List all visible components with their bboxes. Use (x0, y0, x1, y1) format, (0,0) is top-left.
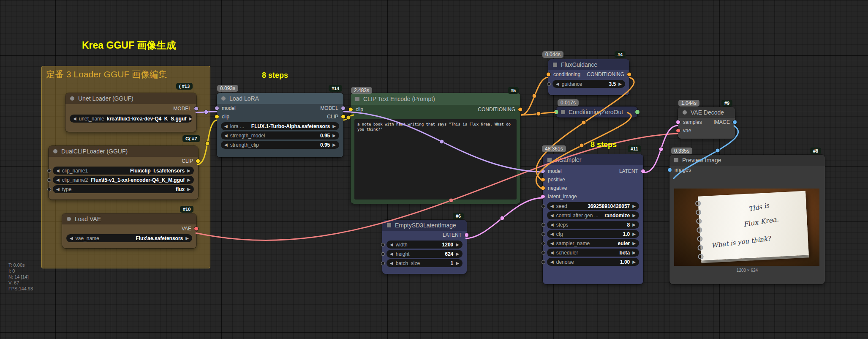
next-value-icon[interactable]: ▶ (332, 124, 336, 128)
widget-input-socket[interactable] (47, 187, 51, 191)
prev-value-icon[interactable]: ◀ (550, 204, 554, 208)
collapse-square-icon[interactable] (553, 63, 557, 67)
output-socket-clip[interactable] (341, 115, 346, 119)
output-socket-conditioning[interactable] (627, 72, 631, 77)
input-socket-model[interactable] (215, 106, 219, 111)
next-value-icon[interactable]: ▶ (456, 252, 459, 256)
widget-guidance[interactable]: ◀ guidance 3.5 ▶ (552, 80, 625, 88)
prev-value-icon[interactable]: ◀ (550, 260, 554, 264)
next-value-icon[interactable]: ▶ (332, 133, 336, 138)
prev-value-icon[interactable]: ◀ (550, 232, 554, 236)
prev-value-icon[interactable]: ◀ (550, 213, 554, 218)
widget-clip-name1[interactable]: ◀ clip_name1 Flux\clip_l.safetensors ▶ (53, 167, 194, 175)
next-value-icon[interactable]: ▶ (632, 241, 636, 246)
widget-sampler-name[interactable]: ◀ sampler_name euler ▶ (547, 239, 639, 247)
node-empty-sd3-latent[interactable]: EmptySD3LatentImage LATENT ◀ width 1200 … (382, 220, 467, 274)
prev-value-icon[interactable]: ◀ (550, 250, 554, 255)
next-value-icon[interactable]: ▶ (332, 142, 336, 147)
next-value-icon[interactable]: ▶ (632, 213, 636, 218)
widget-unet-name[interactable]: ◀ unet_name krea\flux1-krea-dev-Q4_K_S.g… (70, 115, 192, 123)
widget-control-after-generate[interactable]: ◀ control after gen ... randomize ▶ (547, 211, 639, 219)
group-title[interactable]: 定番 3 Loader GGUF 画像編集 (42, 66, 210, 82)
output-socket-latent[interactable] (641, 169, 645, 174)
input-socket-negative[interactable] (541, 186, 545, 191)
input-socket-vae[interactable] (676, 128, 680, 133)
widget-strength-model[interactable]: ◀ strength_model 0.95 ▶ (221, 131, 339, 139)
collapse-square-icon[interactable] (674, 158, 678, 162)
input-socket-clip[interactable] (215, 115, 219, 119)
collapsed-output-socket[interactable] (635, 109, 640, 115)
workflow-title-note[interactable]: Krea GGUF 画像生成 (82, 39, 176, 52)
collapse-circle-icon[interactable] (221, 96, 226, 101)
prev-value-icon[interactable]: ◀ (224, 133, 228, 138)
input-socket-latent-image[interactable] (541, 194, 545, 199)
next-value-icon[interactable]: ▶ (618, 82, 622, 86)
widget-input-socket[interactable] (381, 261, 385, 265)
widget-scheduler[interactable]: ◀ scheduler beta ▶ (547, 249, 639, 257)
node-preview-image[interactable]: Preview Image images This is Flux Krea. … (669, 155, 825, 284)
node-load-lora[interactable]: Load LoRA model MODEL clip CLIP ◀ lora .… (217, 93, 343, 157)
widget-cfg[interactable]: ◀ cfg 1.0 ▶ (547, 230, 639, 238)
node-graph-canvas[interactable]: Krea GGUF 画像生成 8 steps 8 steps 定番 3 Load… (0, 0, 868, 339)
widget-clip-name2[interactable]: ◀ clip_name2 Flux\t5-v1_1-xxl-encoder-Q4… (53, 176, 194, 184)
input-socket-images[interactable] (667, 168, 672, 172)
collapse-square-icon[interactable] (561, 110, 565, 114)
next-value-icon[interactable]: ▶ (187, 178, 190, 182)
widget-input-socket[interactable] (541, 251, 545, 254)
widget-vae-name[interactable]: ◀ vae_name Flux\ae.safetensors ▶ (66, 234, 192, 242)
preview-image-thumbnail[interactable]: This is Flux Krea. What is you think? (674, 189, 819, 266)
next-value-icon[interactable]: ▶ (632, 232, 636, 236)
widget-input-socket[interactable] (541, 260, 545, 264)
node-ksampler[interactable]: KSampler model LATENT positive negative … (543, 154, 643, 284)
prev-value-icon[interactable]: ◀ (56, 168, 60, 173)
node-vae-decode[interactable]: VAE Decode samples IMAGE vae (678, 107, 735, 139)
widget-input-socket[interactable] (381, 243, 385, 246)
output-socket-conditioning[interactable] (518, 107, 522, 112)
widget-input-socket[interactable] (547, 82, 551, 86)
output-socket-image[interactable] (732, 120, 737, 125)
widget-batch-size[interactable]: ◀ batch_size 1 ▶ (386, 259, 463, 267)
widget-input-socket[interactable] (47, 169, 51, 172)
prev-value-icon[interactable]: ◀ (70, 236, 73, 241)
widget-input-socket[interactable] (541, 232, 545, 236)
collapse-circle-icon[interactable] (70, 96, 74, 101)
widget-seed[interactable]: ◀ seed 369258910426057 ▶ (547, 202, 639, 210)
widget-denoise[interactable]: ◀ denoise 1.00 ▶ (547, 258, 639, 266)
next-value-icon[interactable]: ▶ (632, 260, 636, 264)
widget-height[interactable]: ◀ height 624 ▶ (386, 250, 463, 258)
input-socket-clip[interactable] (348, 107, 353, 112)
prev-value-icon[interactable]: ◀ (390, 261, 393, 265)
prev-value-icon[interactable]: ◀ (56, 178, 60, 182)
output-socket-model[interactable] (194, 107, 199, 111)
widget-input-socket[interactable] (541, 223, 545, 227)
widget-input-socket[interactable] (541, 241, 545, 245)
steps-note-sampler[interactable]: 8 steps (590, 140, 617, 149)
prev-value-icon[interactable]: ◀ (550, 222, 554, 227)
next-value-icon[interactable]: ▶ (189, 116, 193, 121)
prev-value-icon[interactable]: ◀ (556, 82, 559, 86)
output-socket-clip[interactable] (196, 159, 200, 164)
next-value-icon[interactable]: ▶ (456, 261, 459, 265)
next-value-icon[interactable]: ▶ (187, 168, 190, 173)
input-socket-conditioning[interactable] (546, 72, 551, 77)
prev-value-icon[interactable]: ◀ (390, 252, 393, 256)
collapse-circle-icon[interactable] (67, 217, 71, 221)
output-socket-vae[interactable] (194, 227, 199, 231)
next-value-icon[interactable]: ▶ (632, 204, 636, 208)
widget-steps[interactable]: ◀ steps 8 ▶ (547, 221, 639, 229)
prompt-textarea[interactable]: a note book with hand writing that says … (354, 119, 517, 200)
collapse-square-icon[interactable] (355, 97, 359, 101)
node-load-vae[interactable]: Load VAE VAE ◀ vae_name Flux\ae.safetens… (62, 213, 196, 248)
input-socket-samples[interactable] (676, 120, 680, 125)
node-unet-loader[interactable]: Unet Loader (GGUF) MODEL ◀ unet_name kre… (65, 93, 196, 132)
collapse-circle-icon[interactable] (53, 149, 57, 153)
widget-lora-name[interactable]: ◀ lora ... FLUX.1-Turbo-Alpha.safetensor… (221, 122, 339, 130)
input-socket-model[interactable] (541, 169, 545, 174)
output-socket-latent[interactable] (464, 233, 469, 238)
prev-value-icon[interactable]: ◀ (390, 242, 393, 247)
prev-value-icon[interactable]: ◀ (56, 187, 60, 191)
collapse-square-icon[interactable] (547, 158, 552, 162)
next-value-icon[interactable]: ▶ (632, 250, 636, 255)
output-socket-model[interactable] (341, 106, 346, 111)
input-socket-positive[interactable] (541, 178, 545, 182)
